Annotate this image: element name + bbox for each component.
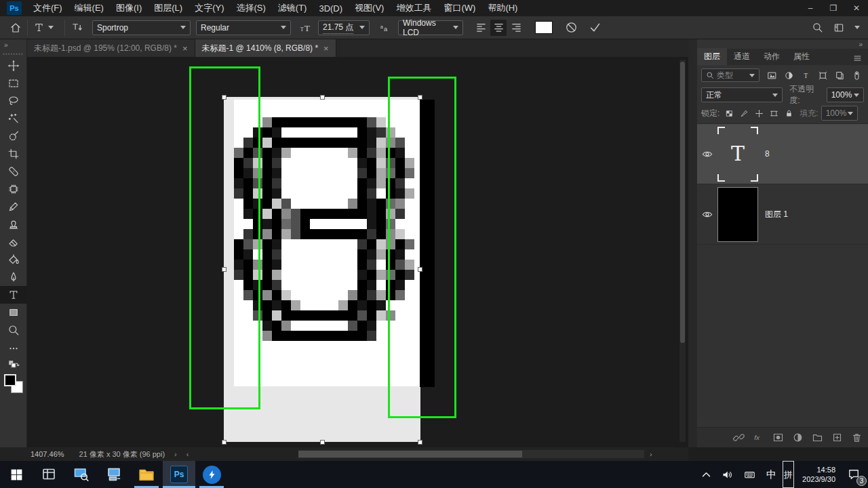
menu-item-3[interactable]: 图层(L): [148, 0, 189, 16]
tools-collapse-button[interactable]: »: [0, 39, 26, 50]
canvas-area[interactable]: [27, 57, 688, 447]
menu-item-1[interactable]: 编辑(E): [68, 0, 110, 16]
align-right-button[interactable]: [508, 20, 524, 36]
commit-edits-icon[interactable]: [589, 21, 601, 34]
bolt-app[interactable]: [195, 461, 228, 488]
touch-keyboard-icon[interactable]: [739, 461, 760, 488]
tool-preset-chevron-icon[interactable]: [48, 26, 54, 29]
layer-group-icon[interactable]: [812, 432, 823, 443]
layer-row-1[interactable]: 图层 1: [697, 184, 868, 245]
panel-tab-动作[interactable]: 动作: [757, 48, 787, 65]
move-tool-button[interactable]: [0, 57, 27, 75]
new-layer-icon[interactable]: [831, 432, 843, 443]
layer-name[interactable]: 图层 1: [765, 209, 788, 220]
menu-item-11[interactable]: 帮助(H): [481, 0, 524, 16]
layer-style-icon[interactable]: fx: [753, 432, 764, 443]
layer-row-0[interactable]: T8: [697, 124, 868, 184]
clock[interactable]: 14:58 2023/9/30: [797, 465, 841, 484]
text-layer-thumbnail[interactable]: T: [717, 127, 758, 182]
notification-center-icon[interactable]: 3: [844, 461, 864, 488]
layer-mask-icon[interactable]: [772, 432, 784, 443]
menu-item-10[interactable]: 窗口(W): [437, 0, 481, 16]
align-center-button[interactable]: [490, 20, 507, 36]
lock-transparent-icon[interactable]: [722, 107, 736, 119]
adjustment-layer-icon[interactable]: [792, 432, 804, 443]
swap-colors-button[interactable]: [0, 357, 27, 374]
start-button[interactable]: [0, 461, 33, 488]
menu-item-8[interactable]: 视图(V): [349, 0, 390, 16]
close-button[interactable]: ✕: [845, 0, 868, 16]
status-expand-icon[interactable]: ›: [174, 450, 177, 458]
magic-wand-tool-button[interactable]: [0, 110, 27, 127]
filter-toggle-icon[interactable]: [850, 68, 864, 82]
eraser-tool-button[interactable]: [0, 233, 27, 251]
minimize-button[interactable]: –: [799, 0, 822, 16]
adjustment-filter-icon[interactable]: [782, 68, 796, 82]
blend-mode-select[interactable]: 正常: [701, 87, 783, 102]
lasso-tool-button[interactable]: [0, 92, 27, 110]
clone-stamp-tool-button[interactable]: [0, 216, 27, 233]
lock-paint-icon[interactable]: [737, 107, 751, 119]
panel-tab-属性[interactable]: 属性: [787, 48, 816, 65]
quick-selection-tool-button[interactable]: [0, 127, 27, 145]
search-app[interactable]: [65, 461, 98, 488]
document-tab-0[interactable]: 未标题-1.psd @ 195% (12:00, RGB/8) *×: [27, 39, 195, 57]
font-family-select[interactable]: Sportrop: [92, 20, 191, 35]
menu-item-7[interactable]: 3D(D): [313, 0, 349, 16]
text-orientation-icon[interactable]: [71, 22, 83, 34]
text-color-swatch[interactable]: [535, 21, 553, 34]
zoom-level-field[interactable]: 1407.46%: [31, 450, 64, 458]
photoshop-app[interactable]: Ps: [163, 461, 195, 488]
fill-select[interactable]: 100%: [821, 106, 858, 121]
vertical-scrollbar-thumb[interactable]: [680, 62, 685, 343]
hscroll-left-arrow-icon[interactable]: ‹: [186, 450, 189, 458]
document-tab-1[interactable]: 未标题-1 @ 1410% (8, RGB/8) *×: [195, 39, 336, 57]
restore-button[interactable]: ❐: [822, 0, 845, 16]
marquee-tool-button[interactable]: [0, 75, 27, 92]
type-tool-button[interactable]: [0, 286, 27, 304]
image-filter-icon[interactable]: [765, 68, 779, 82]
font-size-select[interactable]: 21.75 点: [318, 20, 370, 35]
panel-menu-icon[interactable]: [852, 54, 863, 62]
transform-handle[interactable]: [320, 95, 325, 100]
volume-icon[interactable]: [718, 461, 736, 488]
menu-item-2[interactable]: 图像(I): [110, 0, 148, 16]
tools-grip[interactable]: ▪▪▪▪▪▪▪▪: [0, 50, 26, 57]
layer-filter-select[interactable]: 类型: [701, 68, 760, 82]
more-tools-button[interactable]: [0, 339, 27, 357]
align-left-button[interactable]: [473, 20, 489, 36]
zoom-tool-button[interactable]: [0, 321, 27, 339]
menu-item-5[interactable]: 选择(S): [230, 0, 271, 16]
crop-tool-button[interactable]: [0, 145, 27, 163]
type-tool-preset-icon[interactable]: [33, 22, 45, 33]
lock-artboard-icon[interactable]: [767, 107, 781, 119]
gradient-tool-button[interactable]: [0, 251, 27, 268]
pen-tool-button[interactable]: [0, 268, 27, 286]
workspace-chevron-icon[interactable]: [854, 26, 860, 29]
workspace-switcher-icon[interactable]: [833, 22, 845, 33]
transform-handle[interactable]: [320, 440, 325, 445]
link-layers-icon[interactable]: [733, 432, 745, 443]
menu-item-4[interactable]: 文字(Y): [189, 0, 230, 16]
layer-visibility-toggle[interactable]: [697, 150, 717, 158]
panel-tab-通道[interactable]: 通道: [727, 48, 757, 65]
cancel-edits-icon[interactable]: [565, 21, 578, 34]
vertical-scrollbar[interactable]: [679, 59, 686, 443]
hscroll-right-arrow-icon[interactable]: ›: [650, 450, 652, 458]
hidden-icons-chevron-icon[interactable]: [697, 461, 715, 488]
home-icon[interactable]: [9, 22, 22, 34]
layer-visibility-toggle[interactable]: [697, 211, 717, 218]
task-view-button[interactable]: [33, 461, 65, 488]
rectangle-tool-button[interactable]: [0, 304, 27, 321]
remove-tool-button[interactable]: [0, 180, 27, 198]
file-explorer[interactable]: [130, 461, 163, 488]
tab-close-icon[interactable]: ×: [182, 43, 188, 54]
type-filter-icon[interactable]: T: [799, 68, 813, 82]
horizontal-scrollbar[interactable]: [298, 450, 644, 458]
transform-handle[interactable]: [418, 440, 422, 445]
ime-pinyin-button[interactable]: 拼: [783, 461, 794, 488]
search-icon[interactable]: [812, 22, 823, 33]
lock-all-icon[interactable]: [782, 107, 795, 119]
lock-move-icon[interactable]: [752, 107, 766, 119]
transform-handle[interactable]: [222, 440, 226, 445]
